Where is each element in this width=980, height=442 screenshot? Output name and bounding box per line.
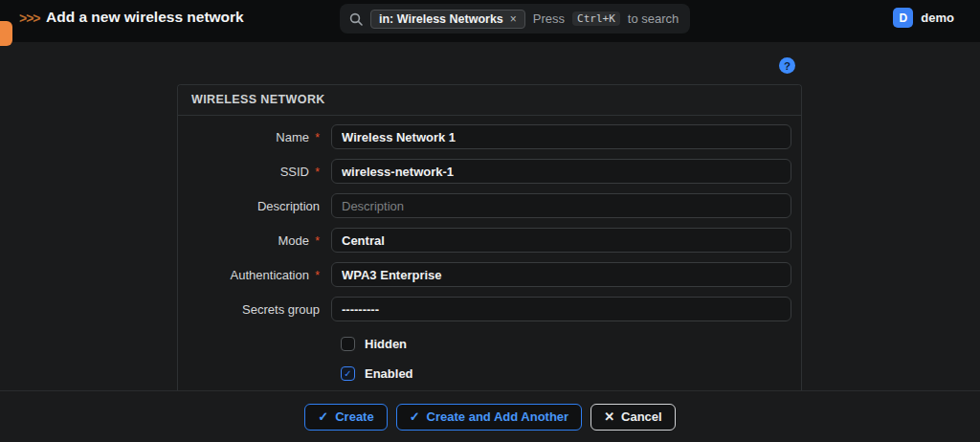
hidden-checkbox[interactable]: ✓ (341, 337, 355, 351)
form-fields: Name *SSID *DescriptionMode *Authenticat… (178, 124, 801, 321)
create-button-icon: ✓ (318, 409, 328, 424)
search-scope-label: in: Wireless Networks (379, 12, 503, 26)
create-and-add-another-button-label: Create and Add Another (427, 409, 569, 424)
chip-remove-icon[interactable]: × (510, 12, 517, 26)
required-asterisk: * (312, 166, 320, 179)
hidden-checkbox-label[interactable]: Hidden (365, 337, 407, 351)
avatar: D (893, 8, 913, 28)
cancel-button-label: Cancel (621, 409, 662, 424)
top-bar: >>> Add a new wireless network in: Wirel… (0, 0, 980, 42)
user-menu[interactable]: D demo (893, 8, 954, 28)
create-and-add-another-button-icon: ✓ (410, 409, 420, 424)
create-and-add-another-button[interactable]: ✓Create and Add Another (396, 404, 582, 431)
checkbox-row-enabled: ✓Enabled (341, 366, 801, 381)
create-button[interactable]: ✓Create (304, 404, 387, 431)
search-icon (349, 12, 363, 26)
checkbox-row-hidden: ✓Hidden (341, 337, 801, 351)
name-label: Name * (178, 130, 331, 144)
search-hint-press: Press (533, 11, 565, 26)
card-title: WIRELESS NETWORK (178, 85, 801, 116)
secrets-group-label: Secrets group (178, 302, 331, 317)
cancel-button[interactable]: ✕Cancel (590, 404, 676, 431)
authentication-label: Authentication * (178, 268, 331, 282)
secrets-group-field[interactable] (331, 297, 791, 321)
help-icon[interactable]: ? (779, 57, 795, 74)
name-field[interactable] (331, 124, 791, 149)
mode-field[interactable] (331, 228, 791, 253)
form-row-name: Name * (178, 124, 801, 149)
required-asterisk: * (312, 269, 320, 282)
description-field[interactable] (331, 193, 791, 218)
create-button-label: Create (335, 409, 373, 424)
search-scope-chip[interactable]: in: Wireless Networks × (370, 10, 525, 29)
breadcrumb[interactable]: >>> (19, 11, 40, 26)
user-name: demo (921, 11, 954, 25)
enabled-checkbox[interactable]: ✓ (341, 366, 355, 381)
required-asterisk: * (312, 234, 320, 248)
search-input[interactable]: in: Wireless Networks × Press Ctrl+K to … (340, 4, 690, 33)
form-checkboxes: ✓Hidden✓Enabled (178, 337, 801, 381)
search-hint-suffix: to search (628, 11, 679, 26)
page-title: Add a new wireless network (46, 9, 244, 26)
ssid-field[interactable] (331, 159, 791, 184)
form-row-ssid: SSID * (178, 159, 801, 184)
authentication-field[interactable] (331, 262, 791, 287)
wireless-network-form-card: WIRELESS NETWORK Name *SSID *Description… (177, 84, 802, 390)
cancel-button-icon: ✕ (604, 409, 614, 424)
form-row-secrets-group: Secrets group (178, 297, 801, 321)
form-row-description: Description (178, 193, 801, 218)
form-row-mode: Mode * (178, 228, 801, 253)
required-asterisk: * (312, 131, 320, 144)
kbd-shortcut: Ctrl+K (572, 11, 620, 26)
sidebar-toggle-button[interactable] (0, 21, 12, 46)
ssid-label: SSID * (178, 165, 331, 179)
mode-label: Mode * (178, 233, 331, 248)
description-label: Description (178, 199, 331, 213)
form-actions-footer: ✓Create✓Create and Add Another✕Cancel (0, 390, 980, 442)
enabled-checkbox-label[interactable]: Enabled (365, 366, 413, 381)
form-row-authentication: Authentication * (178, 262, 801, 287)
